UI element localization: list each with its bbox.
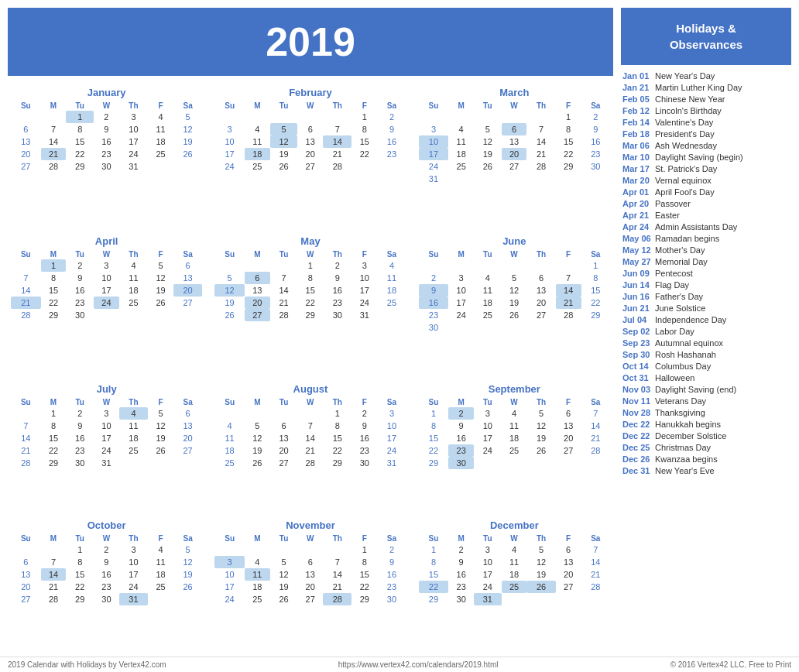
calendar-day: 13 [173,420,202,432]
holiday-name: Labor Day [655,327,694,336]
holiday-item: Jul 04Independence Day [621,314,791,325]
calendar-day [556,173,581,185]
calendar-day: 18 [119,432,148,444]
day-header: F [148,397,173,407]
holiday-name: Vernal equinox [655,176,712,185]
calendar-day: 18 [474,297,502,309]
calendar-day [119,309,148,321]
holiday-date: Jul 04 [622,315,652,324]
calendar-day: 29 [556,160,581,173]
day-header: M [448,397,474,407]
holiday-name: New Year's Eve [655,466,715,475]
holiday-item: May 27Memorial Day [621,255,791,267]
calendar-day: 6 [11,556,41,568]
calendar-day: 8 [419,420,449,432]
day-header: M [448,101,474,111]
day-header: Su [11,397,41,407]
day-header: Sa [581,533,610,543]
month-block-october: OctoberSuMTuWThFSa1234567891011121314151… [8,516,205,646]
day-header: M [245,249,270,259]
calendar-day [448,173,474,185]
calendar-day: 14 [297,432,323,444]
calendar-day: 16 [323,284,351,297]
calendar-day: 25 [245,593,270,605]
month-title-july: July [11,383,202,395]
month-block-february: FebruarySuMTuWThFSa123456789101112131415… [211,84,409,226]
calendar-day: 19 [173,135,202,148]
calendar-day: 23 [448,444,474,457]
calendar-day: 24 [419,160,449,173]
calendar-day: 8 [351,123,377,135]
holiday-date: Feb 12 [622,106,652,115]
cal-table-february: SuMTuWThFSa12345678910111213141516171819… [214,101,406,173]
calendar-day: 30 [66,309,94,321]
holiday-item: Dec 31New Year's Eve [621,465,791,476]
calendar-day: 8 [41,272,67,284]
calendar-day [581,321,610,334]
calendar-day [270,407,298,420]
calendar-day: 24 [474,581,502,593]
calendar-day: 31 [94,457,119,469]
calendar-day: 6 [297,556,323,568]
calendar-day: 27 [526,309,555,321]
month-title-october: October [11,519,202,531]
holiday-date: Dec 26 [622,454,652,464]
calendar-day [526,457,555,469]
holiday-date: Jun 16 [622,292,652,301]
holiday-item: Feb 14Valentine's Day [621,116,791,128]
month-block-november: NovemberSuMTuWThFSa123456789101112131415… [211,516,409,646]
day-header: W [502,397,527,407]
calendar-day: 17 [119,568,148,581]
calendar-day [245,111,270,123]
calendar-day: 26 [173,148,202,160]
calendar-day: 25 [148,581,173,593]
calendar-day: 4 [148,111,173,123]
holiday-name: Pentecost [655,269,693,278]
month-title-march: March [419,87,610,98]
calendar-day: 25 [377,297,406,309]
calendar-day: 17 [448,297,474,309]
calendar-day [502,593,527,605]
holiday-item: Mar 20Vernal equinox [621,174,791,186]
calendar-day: 13 [173,272,202,284]
day-header: Tu [474,101,502,111]
calendar-day [556,457,581,469]
calendar-day: 20 [556,568,581,581]
calendar-day [448,259,474,272]
calendar-day: 17 [214,148,245,160]
day-header: Su [419,397,449,407]
day-header: Tu [270,101,298,111]
day-header: W [297,533,323,543]
calendar-day: 19 [214,297,245,309]
calendar-day: 2 [377,111,406,123]
calendar-day: 10 [474,420,502,432]
holiday-item: Jun 16Father's Day [621,290,791,302]
day-header: Sa [581,101,610,111]
calendar-day: 1 [323,407,351,420]
calendar-day: 25 [148,148,173,160]
day-header: Sa [173,533,202,543]
day-header: Tu [474,249,502,259]
holiday-date: Nov 11 [622,396,652,406]
holiday-name: Hanukkah begins [655,420,721,429]
calendar-day: 10 [94,272,119,284]
calendar-day: 10 [377,420,406,432]
holiday-date: Apr 24 [622,222,652,231]
day-header: Tu [270,249,298,259]
calendar-day: 26 [270,593,298,605]
day-header: Sa [173,397,202,407]
cal-table-december: SuMTuWThFSa12345678910111213141516171819… [419,533,610,605]
calendar-day: 20 [173,432,202,444]
month-title-december: December [419,519,610,531]
calendar-day: 28 [297,457,323,469]
holiday-date: May 12 [622,245,652,255]
calendar-day: 14 [581,556,610,568]
holiday-name: Admin Assistants Day [655,222,737,231]
calendar-day [526,111,555,123]
calendar-day: 27 [270,457,298,469]
calendar-day: 3 [94,259,119,272]
month-title-may: May [214,235,406,247]
holiday-item: Apr 01April Fool's Day [621,186,791,197]
calendar-day: 30 [94,160,119,173]
day-header: Th [323,249,351,259]
